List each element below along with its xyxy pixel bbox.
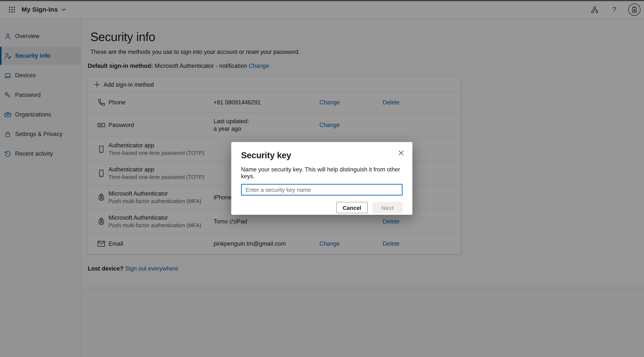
page: My Sign-Ins ? <box>0 0 644 357</box>
dialog-buttons: Cancel Next <box>241 202 402 213</box>
next-button[interactable]: Next <box>372 202 402 213</box>
dialog-title: Security key <box>241 150 402 161</box>
cancel-button[interactable]: Cancel <box>336 202 368 213</box>
security-key-dialog: Security key Name your security key. Thi… <box>231 142 412 215</box>
close-icon <box>398 150 404 156</box>
dialog-close-button[interactable] <box>397 149 405 157</box>
security-key-name-input[interactable] <box>241 184 402 196</box>
dialog-description: Name your security key. This will help d… <box>241 166 402 180</box>
